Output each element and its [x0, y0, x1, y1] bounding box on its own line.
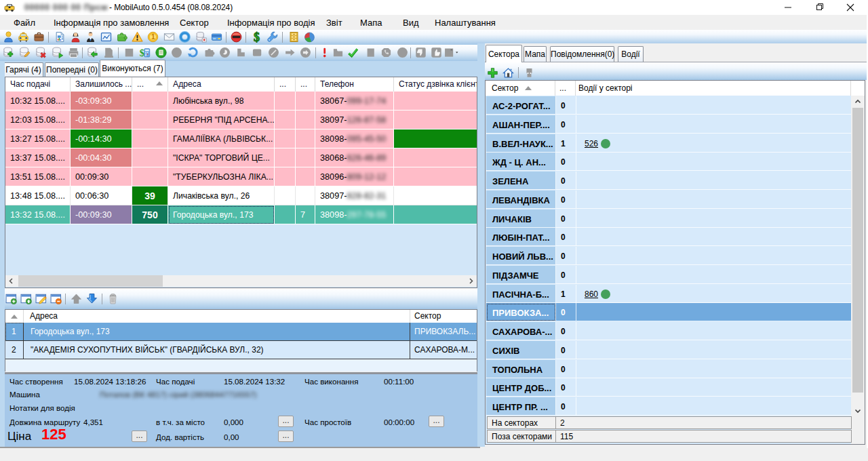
svg-text:1: 1 — [151, 33, 155, 41]
svg-text:$: $ — [254, 31, 260, 43]
svg-text:$: $ — [140, 47, 144, 58]
